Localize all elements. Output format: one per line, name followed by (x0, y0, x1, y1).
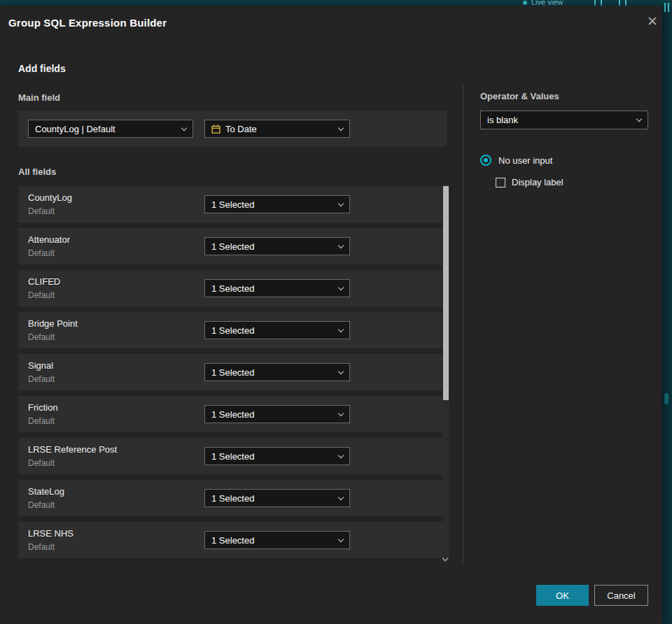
scrollbar-thumb[interactable] (443, 186, 449, 400)
chevron-down-icon (338, 327, 344, 332)
field-selected-dropdown[interactable]: 1 Selected (204, 237, 350, 255)
field-name: LRSE Reference Post (28, 444, 117, 455)
field-row: Signal Default 1 Selected (18, 354, 447, 390)
field-row: CountyLog Default 1 Selected (18, 186, 447, 222)
field-name: CLIFED (28, 276, 60, 287)
main-field-value-dropdown[interactable]: To Date (204, 120, 350, 138)
operator-values-label: Operator & Values (480, 91, 559, 101)
live-view-label: Live view (531, 0, 563, 6)
field-selected-dropdown[interactable]: 1 Selected (204, 447, 350, 465)
dropdown-value: 1 Selected (211, 283, 254, 294)
toolbar-bar-icon (664, 3, 666, 12)
toolbar-bar-icon (668, 3, 669, 12)
background-glyph-icon (664, 393, 668, 404)
display-label-option[interactable]: Display label (496, 177, 564, 187)
field-subtitle: Default (28, 332, 55, 342)
toolbar-bar-icon (594, 0, 596, 6)
display-label-label: Display label (512, 177, 564, 187)
no-user-input-option[interactable]: No user input (480, 155, 552, 166)
vertical-divider (463, 84, 463, 562)
chevron-down-icon (338, 411, 344, 416)
ok-button[interactable]: OK (536, 585, 589, 606)
display-label-checkbox[interactable] (496, 178, 505, 187)
dropdown-value: To Date (225, 124, 257, 134)
main-field-row: CountyLog | Default To Date (18, 111, 447, 147)
field-subtitle: Default (28, 458, 55, 468)
field-row: Friction Default 1 Selected (18, 396, 447, 432)
field-subtitle: Default (28, 374, 55, 384)
chevron-down-icon (636, 116, 642, 122)
scroll-down-arrow-icon[interactable] (442, 555, 448, 561)
field-subtitle: Default (28, 206, 55, 216)
toolbar-bar-icon (625, 0, 626, 6)
field-selected-dropdown[interactable]: 1 Selected (204, 321, 350, 339)
field-subtitle: Default (28, 248, 55, 258)
field-selected-dropdown[interactable]: 1 Selected (204, 195, 350, 213)
dropdown-value: 1 Selected (211, 535, 254, 546)
dropdown-value: 1 Selected (211, 493, 254, 504)
all-fields-label: All fields (18, 166, 56, 177)
close-icon[interactable]: ✕ (643, 11, 662, 31)
field-subtitle: Default (28, 290, 55, 300)
chevron-down-icon (181, 125, 187, 131)
chevron-down-icon (338, 453, 344, 458)
dropdown-value: 1 Selected (211, 451, 254, 462)
field-name: StateLog (28, 486, 64, 497)
background-toolbar: Live view (0, 0, 672, 6)
field-name: Signal (28, 360, 53, 371)
no-user-input-radio[interactable] (480, 155, 491, 166)
live-view-dot-icon (523, 1, 527, 5)
field-subtitle: Default (28, 542, 55, 552)
field-row: LRSE Reference Post Default 1 Selected (18, 438, 447, 474)
field-subtitle: Default (28, 500, 55, 510)
chevron-down-icon (338, 201, 344, 206)
calendar-icon (211, 125, 220, 134)
chevron-down-icon (338, 369, 344, 374)
add-fields-heading: Add fields (18, 63, 66, 74)
chevron-down-icon (338, 285, 344, 290)
cancel-button[interactable]: Cancel (594, 585, 648, 606)
main-field-dropdown[interactable]: CountyLog | Default (28, 120, 193, 138)
field-selected-dropdown[interactable]: 1 Selected (204, 279, 350, 297)
chevron-down-icon (338, 243, 344, 248)
field-row: Bridge Point Default 1 Selected (18, 312, 447, 348)
dropdown-value: 1 Selected (211, 367, 254, 378)
dropdown-value: 1 Selected (211, 325, 254, 336)
field-name: LRSE NHS (28, 528, 74, 539)
field-row: LRSE NHS Default 1 Selected (18, 522, 447, 558)
chevron-down-icon (338, 125, 344, 131)
group-sql-expression-builder-dialog: Group SQL Expression Builder ✕ Add field… (0, 6, 662, 624)
fields-list-scrollbar[interactable] (442, 185, 449, 562)
toolbar-bar-icon (601, 0, 602, 6)
operator-dropdown[interactable]: is blank (480, 111, 648, 129)
toolbar-bar-icon (619, 0, 620, 6)
dropdown-value: CountyLog | Default (35, 124, 115, 134)
all-fields-list: CountyLog Default 1 Selected Attenuator … (18, 186, 447, 558)
dropdown-value: 1 Selected (211, 241, 254, 252)
field-name: Bridge Point (28, 318, 78, 329)
field-selected-dropdown[interactable]: 1 Selected (204, 531, 350, 549)
background-right-strip (662, 0, 672, 624)
field-selected-dropdown[interactable]: 1 Selected (204, 405, 350, 423)
field-row: CLIFED Default 1 Selected (18, 270, 447, 306)
field-row: StateLog Default 1 Selected (18, 480, 447, 516)
field-name: Attenuator (28, 234, 70, 245)
main-field-label: Main field (18, 92, 60, 103)
no-user-input-label: No user input (498, 155, 552, 166)
chevron-down-icon (338, 537, 344, 542)
field-selected-dropdown[interactable]: 1 Selected (204, 363, 350, 381)
field-name: Friction (28, 402, 58, 413)
dropdown-value: 1 Selected (211, 409, 254, 420)
field-subtitle: Default (28, 416, 55, 426)
chevron-down-icon (338, 495, 344, 500)
dropdown-value: 1 Selected (211, 199, 254, 210)
dropdown-value: is blank (487, 115, 518, 125)
field-row: Attenuator Default 1 Selected (18, 228, 447, 264)
field-selected-dropdown[interactable]: 1 Selected (204, 489, 350, 507)
dialog-title: Group SQL Expression Builder (8, 17, 167, 29)
field-name: CountyLog (28, 192, 72, 203)
